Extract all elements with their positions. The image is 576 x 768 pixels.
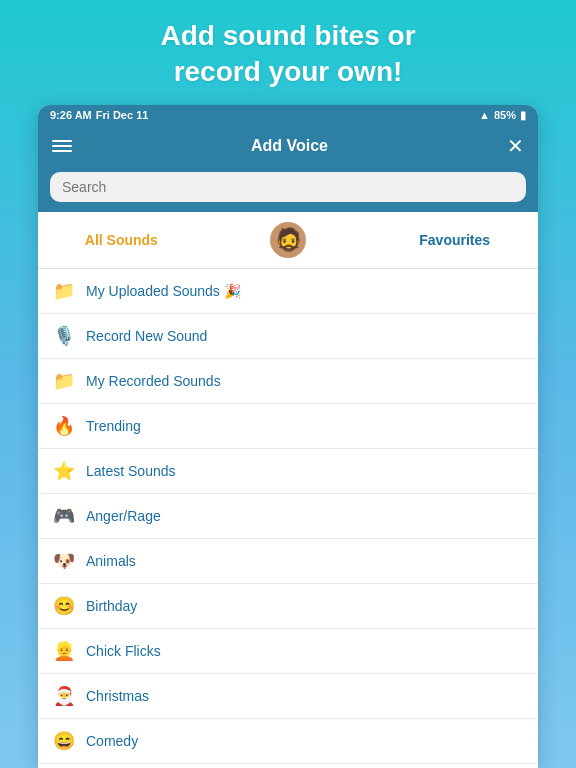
list-item[interactable]: ⭐Latest Sounds	[38, 449, 538, 494]
close-button[interactable]: ✕	[507, 134, 524, 158]
list-item-icon: 🎙️	[52, 325, 76, 347]
list-item[interactable]: 🐶Animals	[38, 539, 538, 584]
hamburger-line1	[52, 140, 72, 142]
list-item-icon: ⭐	[52, 460, 76, 482]
list-item-icon: 👱	[52, 640, 76, 662]
list-container: 📁My Uploaded Sounds 🎉🎙️Record New Sound📁…	[38, 269, 538, 768]
tab-all-sounds[interactable]: All Sounds	[38, 222, 205, 258]
list-item[interactable]: 👋Hello/Goodbye	[38, 764, 538, 768]
list-item-label: Trending	[86, 418, 141, 434]
list-item-icon: 😊	[52, 595, 76, 617]
hamburger-line3	[52, 150, 72, 152]
hero-text: Add sound bites or record your own!	[120, 0, 455, 105]
nav-title: Add Voice	[251, 137, 328, 155]
status-time: 9:26 AM	[50, 109, 92, 121]
list-item-label: Record New Sound	[86, 328, 207, 344]
status-left: 9:26 AM Fri Dec 11	[50, 109, 148, 121]
list-item-icon: 🐶	[52, 550, 76, 572]
list-item-label: My Uploaded Sounds 🎉	[86, 283, 241, 299]
hero-line1: Add sound bites or	[160, 20, 415, 51]
list-item-label: Comedy	[86, 733, 138, 749]
list-item-label: Anger/Rage	[86, 508, 161, 524]
list-item-label: Animals	[86, 553, 136, 569]
list-item-icon: 🎮	[52, 505, 76, 527]
list-item-icon: 📁	[52, 370, 76, 392]
hero-line2: record your own!	[174, 56, 403, 87]
list-item-label: Birthday	[86, 598, 137, 614]
list-item-icon: 🔥	[52, 415, 76, 437]
list-item[interactable]: 🎅Christmas	[38, 674, 538, 719]
battery-level: 85%	[494, 109, 516, 121]
search-input[interactable]	[50, 172, 526, 202]
wifi-icon: ▲	[479, 109, 490, 121]
list-item[interactable]: 📁My Uploaded Sounds 🎉	[38, 269, 538, 314]
list-item-icon: 📁	[52, 280, 76, 302]
menu-button[interactable]	[52, 140, 72, 152]
list-item-label: My Recorded Sounds	[86, 373, 221, 389]
list-item-icon: 🎅	[52, 685, 76, 707]
list-item[interactable]: 😄Comedy	[38, 719, 538, 764]
status-date: Fri Dec 11	[96, 109, 149, 121]
list-item[interactable]: 👱Chick Flicks	[38, 629, 538, 674]
avatar-icon: 🧔	[270, 222, 306, 258]
list-item-icon: 😄	[52, 730, 76, 752]
list-item-label: Chick Flicks	[86, 643, 161, 659]
nav-bar: Add Voice ✕	[38, 126, 538, 166]
list-item[interactable]: 😊Birthday	[38, 584, 538, 629]
list-item-label: Latest Sounds	[86, 463, 176, 479]
status-bar: 9:26 AM Fri Dec 11 ▲ 85% ▮	[38, 105, 538, 126]
list-item[interactable]: 📁My Recorded Sounds	[38, 359, 538, 404]
tabs: All Sounds 🧔 Favourites	[38, 212, 538, 269]
tab-favourites-label: Favourites	[419, 232, 490, 248]
battery-icon: ▮	[520, 109, 526, 122]
tab-favourites[interactable]: Favourites	[371, 222, 538, 258]
list-item-label: Christmas	[86, 688, 149, 704]
tab-avatar[interactable]: 🧔	[205, 212, 372, 268]
phone-container: 9:26 AM Fri Dec 11 ▲ 85% ▮ Add Voice ✕ A…	[38, 105, 538, 768]
list-item[interactable]: 🎙️Record New Sound	[38, 314, 538, 359]
tab-all-sounds-label: All Sounds	[85, 232, 158, 248]
status-right: ▲ 85% ▮	[479, 109, 526, 122]
search-bar	[38, 166, 538, 212]
list-item[interactable]: 🔥Trending	[38, 404, 538, 449]
list-item[interactable]: 🎮Anger/Rage	[38, 494, 538, 539]
hamburger-line2	[52, 145, 72, 147]
